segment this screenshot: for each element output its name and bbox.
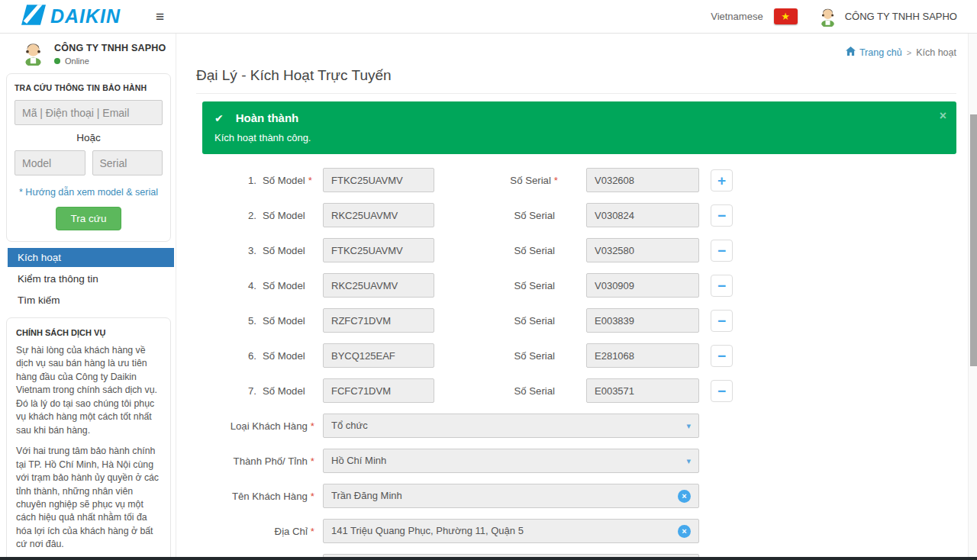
footer-edge [0,557,977,560]
vertical-scrollbar[interactable] [968,34,977,560]
row-index: 4. [248,280,256,291]
remove-row-button[interactable]: − [711,275,733,297]
model-search-input[interactable] [15,150,85,175]
clear-icon[interactable]: × [678,525,691,538]
breadcrumb-separator: > [907,48,911,57]
required-star: * [554,175,558,186]
select-lo-i-kh-ch-h-ng[interactable]: Tổ chức ▾ [323,414,699,438]
close-icon[interactable]: × [940,110,946,122]
product-row: 5.Số Model Số Serial − [196,308,956,333]
field-value: Trần Đăng Minh [331,484,672,507]
select-th-nh-ph-t-nh[interactable]: Hồ Chí Minh ▾ [323,449,699,473]
menu-toggle-icon[interactable]: ≡ [156,8,164,25]
sidebar-item-kiểm-tra-thông-tin[interactable]: Kiểm tra thông tin [8,269,174,288]
sidebar-nav: Kích hoạtKiểm tra thông tinTìm kiếm [0,248,176,310]
field-label: Tên Khách Hàng [232,491,308,502]
field-label: Loại Khách Hàng [231,420,308,432]
code-phone-email-input[interactable] [15,100,163,125]
sidebar-user-panel: CÔNG TY TNHH SAPHO Online [0,34,176,72]
remove-row-button[interactable]: − [711,204,733,227]
or-label: Hoặc [15,132,163,143]
model-input[interactable] [323,168,434,192]
vietnam-flag-icon[interactable]: ★ [774,8,798,24]
model-label: Số Model [263,210,305,221]
model-label: Số Model [263,315,305,327]
product-row: 3.Số Model Số Serial − [196,238,956,262]
required-star: * [311,526,314,537]
product-row: 4.Số Model Số Serial − [196,273,956,298]
required-star: * [311,420,314,432]
model-label: Số Model [263,280,305,291]
policy-paragraph: Với hai trung tâm bảo hành chính tại TP.… [16,445,161,552]
online-dot-icon [54,58,60,64]
scrollbar-thumb[interactable] [970,114,977,366]
product-row: 7.Số Model Số Serial − [196,378,956,403]
sidebar-user-name: CÔNG TY TNHH SAPHO [54,40,166,53]
top-header: DAIKIN ≡ Vietnamese ★ CÔNG TY TNHH SAPHO [0,0,977,34]
serial-label: Số Serial [514,245,555,256]
success-alert: ✔ Hoàn thành Kích hoạt thành công. × [202,101,956,154]
customer-field-row: Thành Phố/ Tỉnh* Hồ Chí Minh ▾ [196,449,956,473]
remove-row-button[interactable]: − [711,380,733,402]
model-input[interactable] [323,308,434,333]
model-label: Số Model [263,245,305,256]
model-input[interactable] [323,203,434,227]
language-label[interactable]: Vietnamese [711,11,763,22]
daikin-logo-icon [21,5,46,28]
avatar[interactable] [817,6,838,27]
product-row: 2.Số Model Số Serial − [196,203,956,227]
input-t-n-kh-ch-h-ng[interactable]: Trần Đăng Minh × [323,484,699,508]
serial-input[interactable] [586,308,699,333]
product-row: 6.Số Model Số Serial − [196,343,956,368]
required-star: * [311,491,314,502]
breadcrumb: Trang chủ > Kích hoạt [846,47,956,58]
serial-input[interactable] [586,378,699,403]
add-row-button[interactable]: + [711,169,733,191]
remove-row-button[interactable]: − [711,240,733,262]
serial-input[interactable] [586,238,699,262]
breadcrumb-home-link[interactable]: Trang chủ [846,47,902,58]
input--a-ch-[interactable]: 141 Triệu Quang Phục, Phường 11, Quận 5 … [323,519,699,543]
model-input[interactable] [323,238,434,262]
serial-input[interactable] [586,273,699,298]
search-button[interactable]: Tra cứu [56,207,122,230]
daikin-logo[interactable]: DAIKIN [21,5,121,28]
serial-label: Số Serial [514,210,555,221]
serial-input[interactable] [586,203,699,227]
row-index: 7. [248,385,256,397]
sidebar-item-kích-hoạt[interactable]: Kích hoạt [8,248,174,267]
chevron-down-icon[interactable]: ▾ [686,414,691,437]
serial-search-input[interactable] [92,150,163,175]
policy-title: CHÍNH SÁCH DỊCH VỤ [16,328,161,337]
serial-label: Số Serial [514,280,555,291]
activation-form: 1.Số Model* Số Serial* + 2.Số Model Số S… [196,168,956,560]
customer-field-row: Tên Khách Hàng* Trần Đăng Minh × [196,484,956,508]
avatar [21,40,46,66]
model-input[interactable] [323,343,434,368]
remove-row-button[interactable]: − [711,310,733,332]
serial-input[interactable] [586,343,699,368]
model-input[interactable] [323,378,434,403]
sidebar: CÔNG TY TNHH SAPHO Online TRA CỨU THÔNG … [0,34,176,560]
customer-fields: Loại Khách Hàng* Tổ chức ▾ Thành Phố/ Tỉ… [196,414,956,543]
model-serial-guide-link[interactable]: * Hướng dẫn xem model & serial [15,187,163,198]
field-value: Tổ chức [331,414,680,437]
chevron-down-icon[interactable]: ▾ [686,449,691,472]
home-icon [846,47,856,58]
page-title: Đại Lý - Kích Hoạt Trực Tuyến [196,67,956,94]
alert-message: Kích hoạt thành công. [214,132,944,143]
serial-label: Số Serial [514,385,555,397]
remove-row-button[interactable]: − [711,345,733,367]
model-label: Số Model [263,350,305,362]
header-user-name[interactable]: CÔNG TY TNHH SAPHO [845,11,957,22]
clear-icon[interactable]: × [678,490,691,503]
sidebar-item-tìm-kiếm[interactable]: Tìm kiếm [8,291,174,310]
breadcrumb-home-label: Trang chủ [859,47,902,58]
brand-text: DAIKIN [50,5,121,27]
breadcrumb-current: Kích hoạt [916,47,956,58]
serial-input[interactable] [586,168,699,192]
main-content: Trang chủ > Kích hoạt Đại Lý - Kích Hoạt… [176,34,977,560]
field-value: 141 Triệu Quang Phục, Phường 11, Quận 5 [331,520,672,542]
model-input[interactable] [323,273,434,298]
serial-label: Số Serial [514,315,555,327]
